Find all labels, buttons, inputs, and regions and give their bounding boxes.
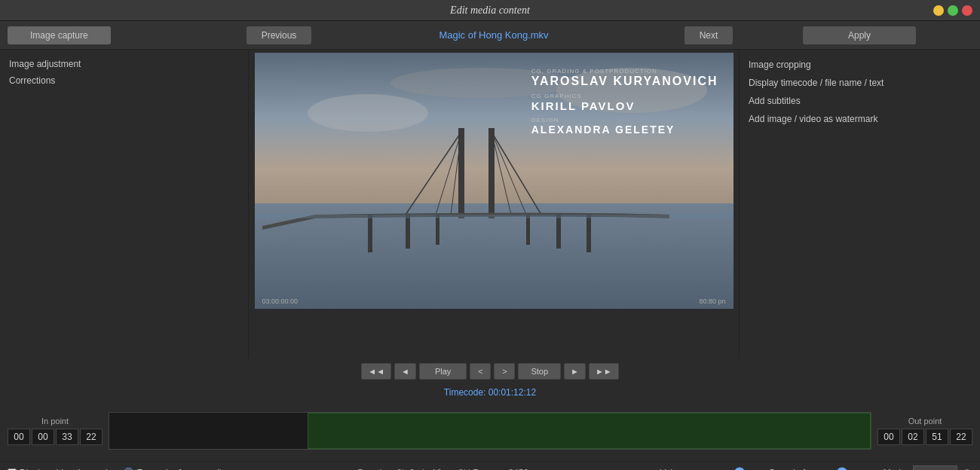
svg-rect-18 [586,215,591,252]
display-timecode-check[interactable]: Display video timecode [8,468,112,471]
svg-rect-13 [368,215,372,252]
timecode-label: Timecode: 00:01:12:12 [444,387,536,398]
mode-select[interactable]: Cut Trim Blend [913,465,957,471]
out-point-s[interactable] [926,429,948,445]
center-area: CG, GRADING & POSTPRODUCTION YAROSLAV KU… [249,50,739,359]
corrections-item[interactable]: Corrections [8,72,240,89]
in-point-f[interactable] [80,429,103,445]
window-controls [933,5,972,16]
top-bar-left: Image capture [0,26,249,44]
video-frame: CG, GRADING & POSTPRODUCTION YAROSLAV KU… [255,53,733,309]
out-point-f[interactable] [950,429,972,445]
out-point-section: Out point [877,417,972,445]
top-bar: Image capture Previous Magic of Hong Kon… [0,21,980,50]
svg-rect-1 [255,203,733,309]
main-layout: Image adjustment Corrections [0,50,980,359]
prev-button[interactable]: ◄ [394,363,416,380]
apply-button[interactable]: Apply [803,26,916,44]
frame-back-button[interactable]: < [470,363,491,380]
top-bar-center: Magic of Hong Kong.mkv [309,29,678,41]
image-adjustment-item[interactable]: Image adjustment [8,56,240,72]
svg-point-2 [308,94,428,132]
left-panel: Image adjustment Corrections [0,50,249,359]
bottom-bar: Display video timecode Frame-by-frame au… [0,461,980,470]
window-title: Edit media content [450,5,530,17]
display-timecode-item[interactable]: Display timecode / file name / text [747,74,972,92]
in-point-h[interactable] [8,429,30,445]
top-bar-right: Apply [739,26,980,44]
stop-button[interactable]: Stop [518,363,561,380]
waveform-container[interactable] [109,412,871,450]
credit-2-big: KIRILL PAVLOV [531,99,718,112]
duration-text: Duration: 0h 2min 18sec 0i | Frames: 345… [237,468,648,471]
maximize-button[interactable] [948,5,958,16]
image-cropping-item[interactable]: Image cropping [747,56,972,74]
frame-audio-label: Frame-by-frame audio [136,468,226,471]
mode-section: Mode: Cut Trim Blend 👁 [884,465,972,471]
filename-label: Magic of Hong Kong.mkv [439,29,548,41]
credit-2-small: CG GRAPHICS [531,93,718,99]
in-point-label: In point [41,417,69,426]
svg-rect-5 [458,128,464,218]
svg-rect-16 [526,215,530,245]
out-point-label: Out point [908,417,942,426]
image-capture-button[interactable]: Image capture [8,26,111,44]
volume-section: Volume: [660,468,758,471]
eye-icon[interactable]: 👁 [962,467,972,471]
display-timecode-label: Display video timecode [20,468,112,471]
prev-prev-button[interactable]: ◄◄ [361,363,391,380]
right-panel: Image cropping Display timecode / file n… [739,50,980,359]
playback-controls: ◄◄ ◄ Play < > Stop ► ►► [0,359,980,384]
svg-rect-14 [406,215,410,249]
timeline-area: In point [0,401,980,461]
play-button[interactable]: Play [419,363,467,380]
in-point-s[interactable] [56,429,78,445]
video-timecode-overlay: 03:00:00:00 [262,298,299,305]
frame-audio-radio[interactable]: Frame-by-frame audio [124,468,226,471]
frame-fwd-button[interactable]: > [494,363,515,380]
out-point-fields [877,429,972,445]
out-point-m[interactable] [902,429,924,445]
timecode-bar: Timecode: 00:01:12:12 [0,384,980,401]
close-button[interactable] [962,5,972,16]
volume-label: Volume: [660,468,693,471]
minimize-button[interactable] [933,5,944,16]
next-next-button[interactable]: ►► [589,363,619,380]
out-point-h[interactable] [877,429,900,445]
credits-overlay: CG, GRADING & POSTPRODUCTION YAROSLAV KU… [531,68,718,136]
svg-rect-17 [556,215,561,249]
credit-1-big: YAROSLAV KURYANOVICH [531,75,718,88]
in-point-section: In point [8,417,103,445]
title-bar: Edit media content [0,0,980,21]
add-watermark-item[interactable]: Add image / video as watermark [747,110,972,128]
previous-button[interactable]: Previous [247,26,312,44]
next-button[interactable]: Next [684,26,733,44]
mode-label: Mode: [884,468,908,471]
credit-3-small: DESIGN [531,117,718,124]
svg-rect-19 [255,215,733,218]
speed-label: Speed x1 [769,468,807,471]
next-button-ctrl[interactable]: ► [564,363,586,380]
video-info-overlay: 80:80 pn [699,298,725,305]
add-subtitles-item[interactable]: Add subtitles [747,92,972,110]
credit-3-big: ALEXANDRA GELETEY [531,124,718,136]
in-point-m[interactable] [32,429,54,445]
speed-section: Speed x1 [769,468,872,471]
credit-1-small: CG, GRADING & POSTPRODUCTION [531,68,718,75]
svg-rect-15 [436,215,439,245]
in-point-fields [8,429,103,445]
